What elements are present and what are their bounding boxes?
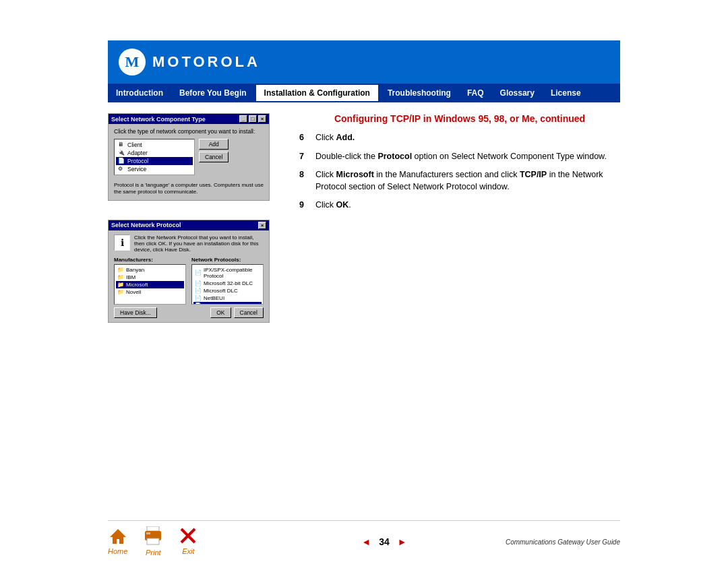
dialog1-titlebar: Select Network Component Type _ □ × <box>109 114 269 124</box>
client-icon: 🖥 <box>118 142 125 148</box>
header: M MOTOROLA Introduction Before You Begin… <box>108 40 620 102</box>
exit-svg <box>179 526 198 545</box>
dialog2-proto-ms32[interactable]: 📄Microsoft 32-bit DLC <box>193 280 262 287</box>
dialog2-mfr-banyan[interactable]: 📁Banyan <box>116 266 184 274</box>
dialog2-mfr-novell[interactable]: 📁Novell <box>116 288 184 296</box>
home-label: Home <box>108 547 127 555</box>
dialog1-close-btn[interactable]: × <box>258 115 266 123</box>
dialog2-manufacturers-list[interactable]: 📁Banyan 📁IBM 📁Microsoft 📁Novell <box>114 264 186 305</box>
dialog2-titlebar: Select Network Protocol × <box>109 220 269 230</box>
nav-bar: Introduction Before You Begin Installati… <box>108 84 620 102</box>
dialog1-maximize-btn[interactable]: □ <box>249 115 257 123</box>
home-icon <box>109 526 127 545</box>
nav-item-faq[interactable]: FAQ <box>459 84 492 102</box>
step-6-text: Click Add. <box>315 132 355 144</box>
print-nav-item[interactable]: Print <box>144 526 162 557</box>
mfr-microsoft-icon: 📁 <box>117 282 124 288</box>
dialog2-footer: Have Disk... OK Cancel <box>114 307 264 318</box>
nav-item-introduction[interactable]: Introduction <box>108 84 171 102</box>
svg-rect-4 <box>146 532 150 534</box>
step-9-text: Click OK. <box>315 199 351 212</box>
dialog2-mfr-microsoft[interactable]: 📁Microsoft <box>116 281 184 288</box>
left-column: Select Network Component Type _ □ × Clic… <box>108 113 283 520</box>
dialog1-item-service[interactable]: ⚙ Service <box>116 165 193 173</box>
dialog2-mfr-ibm[interactable]: 📁IBM <box>116 274 184 281</box>
step-7-num: 7 <box>299 151 310 163</box>
svg-rect-3 <box>147 538 159 544</box>
dialog1-minimize-btn[interactable]: _ <box>239 115 247 123</box>
dialog1-item-adapter[interactable]: 🔌 Adapter <box>116 149 193 157</box>
dialog1-item-client[interactable]: 🖥 Client <box>116 141 193 149</box>
dialog2-ok-cancel-btns: OK Cancel <box>210 307 264 318</box>
step-8-text: Click Microsoft in the Manufacturers sec… <box>315 169 620 193</box>
step-7: 7 Double-click the Protocol option on Se… <box>299 151 620 163</box>
nav-item-license[interactable]: License <box>543 84 589 102</box>
exit-nav-item[interactable]: Exit <box>179 526 198 557</box>
step-7-text: Double-click the Protocol option on Sele… <box>315 151 607 163</box>
step-6: 6 Click Add. <box>299 132 620 144</box>
dialog1-screenshot: Select Network Component Type _ □ × Clic… <box>108 113 270 201</box>
dialog1-footer: Protocol is a 'language' a computer uses… <box>114 182 264 196</box>
proto-tcpip-icon: 📄 <box>195 303 202 305</box>
dialog2-manufacturers-col: Manufacturers: 📁Banyan 📁IBM 📁Microsoft <box>114 257 186 305</box>
bottom-nav: Home Print <box>108 520 620 562</box>
page-title: Configuring TCP/IP in Windows 95, 98, or… <box>299 113 620 124</box>
home-nav-item[interactable]: Home <box>108 526 127 557</box>
nav-item-glossary[interactable]: Glossary <box>492 84 543 102</box>
proto-ms32-icon: 📄 <box>195 280 202 286</box>
svg-marker-0 <box>110 529 126 544</box>
adapter-icon: 🔌 <box>118 150 125 156</box>
dialog1-item-protocol[interactable]: 📄 Protocol <box>116 157 193 165</box>
bottom-nav-right: Communications Gateway User Guide <box>485 536 620 547</box>
content-area: Select Network Component Type _ □ × Clic… <box>108 102 620 520</box>
nav-item-before-you-begin[interactable]: Before You Begin <box>171 84 255 102</box>
home-svg <box>109 526 127 545</box>
dialog2-proto-tcpip[interactable]: 📄TCP/IP <box>193 302 262 305</box>
dialog2-titlebar-btns: × <box>258 222 266 229</box>
dialog1-titlebar-btns: _ □ × <box>239 115 266 123</box>
proto-netbeui-icon: 📄 <box>195 295 202 301</box>
dialog2-screenshot: Select Network Protocol × ℹ Click the Ne… <box>108 220 270 323</box>
prev-page-arrow[interactable]: ◄ <box>361 536 371 547</box>
dialog2-protocols-list[interactable]: 📄IPX/SPX-compatible Protocol 📄Microsoft … <box>191 264 264 305</box>
logo-text: MOTOROLA <box>152 53 260 71</box>
logo-icon: M <box>119 49 146 75</box>
dialog1-item-protocol-label: Protocol <box>127 158 148 164</box>
print-svg <box>144 526 162 547</box>
dialog2-close-btn[interactable]: × <box>258 222 266 229</box>
dialog2-havedisk-btn[interactable]: Have Disk... <box>114 307 157 318</box>
svg-rect-1 <box>147 526 159 531</box>
next-page-arrow[interactable]: ► <box>398 536 407 547</box>
dialog1-title: Select Network Component Type <box>111 116 206 123</box>
dialog2-proto-netbeui[interactable]: 📄NetBEUI <box>193 294 262 302</box>
dialog2-title: Select Network Protocol <box>111 222 181 228</box>
nav-item-installation[interactable]: Installation & Configuration <box>255 84 380 102</box>
dialog1-description: Click the type of network component you … <box>114 128 264 135</box>
page-number: 34 <box>379 536 390 547</box>
step-9: 9 Click OK. <box>299 199 620 212</box>
dialog1-add-btn[interactable]: Add <box>199 139 229 150</box>
dialog2-body: ℹ Click the Network Protocol that you wa… <box>109 230 269 322</box>
dialog1-buttons: Add Cancel <box>199 139 229 162</box>
service-icon: ⚙ <box>118 166 125 173</box>
guide-title: Communications Gateway User Guide <box>506 538 620 546</box>
dialog1-item-adapter-label: Adapter <box>127 150 148 156</box>
dialog1-item-client-label: Client <box>127 142 142 148</box>
dialog1-body: Click the type of network component you … <box>109 124 269 200</box>
dialog1-row: 🖥 Client 🔌 Adapter 📄 Protocol <box>114 139 264 178</box>
print-icon <box>144 526 162 547</box>
dialog1-item-service-label: Service <box>127 166 146 173</box>
exit-label: Exit <box>182 547 194 555</box>
proto-ipx-icon: 📄 <box>195 270 202 276</box>
dialog1-list[interactable]: 🖥 Client 🔌 Adapter 📄 Protocol <box>114 139 195 175</box>
step-6-num: 6 <box>299 132 310 144</box>
nav-item-troubleshooting[interactable]: Troubleshooting <box>380 84 459 102</box>
dialog2-proto-msdlc[interactable]: 📄Microsoft DLC <box>193 287 262 294</box>
dialog2-cancel-btn[interactable]: Cancel <box>234 307 264 318</box>
dialog1-cancel-btn[interactable]: Cancel <box>199 152 229 162</box>
dialog2-ok-btn[interactable]: OK <box>210 307 231 318</box>
dialog2-proto-ipx[interactable]: 📄IPX/SPX-compatible Protocol <box>193 266 262 280</box>
protocol-icon: 📄 <box>118 158 125 164</box>
dialog2-description: Click the Network Protocol that you want… <box>134 235 264 253</box>
dialog2-protocols-col: Network Protocols: 📄IPX/SPX-compatible P… <box>191 257 264 305</box>
